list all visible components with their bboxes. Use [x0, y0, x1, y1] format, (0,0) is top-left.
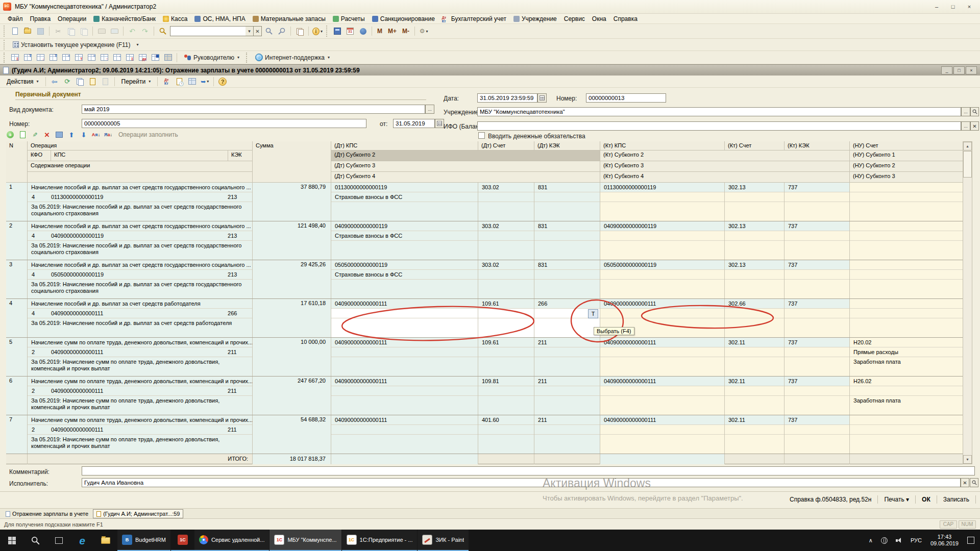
menu-authorization[interactable]: Санкционирование	[369, 14, 438, 23]
cell-sum[interactable]: 29 425,26	[253, 260, 331, 298]
cell-nu-account[interactable]: Н26.02 Заработная плата	[850, 377, 963, 415]
header-n[interactable]: N	[6, 141, 28, 183]
memory-mminus-button[interactable]: М-	[400, 28, 411, 35]
fill-operations-button[interactable]: Операции заполнить	[118, 131, 178, 138]
cell-dt-kek[interactable]: 831	[534, 183, 600, 221]
close-button[interactable]: ×	[962, 2, 977, 12]
ifo-input[interactable]	[477, 121, 961, 131]
cell-kt-kek[interactable]: 737	[785, 183, 850, 221]
cell-dt-account[interactable]: 303.02	[478, 221, 534, 260]
cell-nu-account[interactable]	[850, 299, 963, 337]
header-dt-sub2-selected[interactable]: (Дт) Субконто 2	[331, 151, 600, 161]
maximize-button[interactable]: □	[945, 2, 961, 12]
cell-row-number[interactable]: 3	[6, 260, 28, 298]
menu-edit[interactable]: Правка	[27, 14, 55, 23]
taskbar-app-budgethrm[interactable]: B BudgetHRM	[117, 530, 170, 551]
action-center-icon[interactable]	[964, 530, 978, 551]
scroll-down-icon[interactable]: ▼	[963, 455, 972, 464]
cell-kt-kek[interactable]: 737	[785, 221, 850, 260]
edge-icon[interactable]: e	[70, 530, 94, 551]
table-row[interactable]: 2 Начисление пособий и др. выплат за сче…	[6, 221, 963, 260]
choose-type-button[interactable]: Т	[588, 309, 598, 318]
cell-dt-kek[interactable]: 831	[534, 221, 600, 260]
table-row[interactable]: 6 Начисление сумм по оплате труда, денеж…	[6, 377, 963, 415]
menu-fixed-assets[interactable]: ОС, НМА, НПА	[191, 14, 249, 23]
copy-button[interactable]	[65, 26, 77, 37]
language-indicator[interactable]: РУС	[907, 530, 925, 551]
menu-treasury[interactable]: Казначейство/Банк	[90, 14, 159, 23]
doc-time-button[interactable]: 🕒	[174, 76, 185, 87]
header-kek[interactable]: КЭК	[228, 151, 253, 161]
menu-windows[interactable]: Окна	[589, 14, 610, 23]
tray-expand-icon[interactable]: ∧	[865, 530, 876, 551]
menu-inventory[interactable]: Материальные запасы	[249, 14, 329, 23]
goto-button[interactable]: Перейти▾	[118, 77, 155, 87]
institution-search-icon[interactable]	[970, 107, 979, 116]
menu-cash[interactable]: Касса	[159, 14, 191, 23]
header-nu-acc[interactable]: (НУ) Счет	[850, 141, 963, 151]
report-icon-1[interactable]: Σ	[9, 52, 20, 63]
header-kt-sub3[interactable]: (Кт) Субконто 3	[600, 161, 850, 172]
taskbar-search-icon[interactable]	[23, 530, 47, 551]
report-icon-6[interactable]: Т	[73, 52, 84, 63]
cell-nu-account[interactable]: Н20.02 Прямые расходы Заработная плата	[850, 338, 963, 376]
new-doc-button[interactable]	[9, 26, 20, 37]
volume-icon[interactable]	[892, 530, 906, 551]
header-dt-sub4[interactable]: (Дт) Субконто 4	[331, 172, 600, 183]
cell-row-number[interactable]: 1	[6, 183, 28, 221]
cell-sum[interactable]: 17 610,18	[253, 299, 331, 337]
cell-sum[interactable]: 37 880,79	[253, 183, 331, 221]
export-button[interactable]: ➥▾	[199, 76, 210, 87]
taskbar-app-1c-enterprise[interactable]: 1С 1С:Предприятие - ...	[342, 530, 418, 551]
user-lock-button[interactable]	[357, 26, 369, 37]
delete-row-button[interactable]: ✕	[42, 130, 52, 140]
tab-current-document[interactable]: (Гудич А.И; Администрат...:59	[93, 509, 183, 518]
network-icon[interactable]	[877, 530, 891, 551]
cell-kt-kps[interactable]: 01130000000000119	[600, 183, 725, 221]
scroll-thumb[interactable]	[963, 151, 972, 178]
cell-kt-kek[interactable]: 737	[785, 299, 850, 337]
header-nu-sub2[interactable]: (НУ) Субконто 2	[850, 161, 963, 172]
document-titlebar[interactable]: (Гудич А.И; Администратор2; 09.06.2019 1…	[0, 64, 980, 76]
cell-kt-kps[interactable]: 05050000000000119	[600, 260, 725, 298]
actions-button[interactable]: Действия▾	[3, 77, 42, 87]
calculator-button[interactable]	[332, 26, 343, 37]
report-icon-9[interactable]: ↓	[111, 52, 122, 63]
header-dt-kps[interactable]: (Дт) КПС	[331, 141, 478, 151]
report-icon-12[interactable]: ▦	[150, 52, 161, 63]
open-button[interactable]	[22, 26, 33, 37]
header-kt-kek[interactable]: (Кт) КЭК	[785, 141, 850, 151]
cell-dt-kek[interactable]: 211	[534, 338, 600, 376]
save-button[interactable]	[35, 26, 46, 37]
report-icon-5[interactable]: ≡	[60, 52, 71, 63]
doc-type-select-icon[interactable]: ...	[425, 105, 434, 114]
monetary-obligations-checkbox[interactable]	[478, 132, 485, 139]
table-row[interactable]: 1 Начисление пособий и др. выплат за сче…	[6, 183, 963, 221]
number-input[interactable]	[82, 119, 366, 128]
cell-dt-account[interactable]: 109.61	[478, 299, 534, 337]
doc-list-button[interactable]	[186, 76, 198, 87]
cell-dt-account[interactable]: 303.02	[478, 260, 534, 298]
report-icon-7[interactable]: ≡	[86, 52, 97, 63]
taskbar-app-mbu[interactable]: 1С МБУ "Коммунспе...	[270, 530, 341, 551]
cell-dt-kps[interactable]: 04090000000000119 Страховые взносы в ФСС	[331, 221, 478, 260]
cell-kt-account[interactable]: 302.11	[725, 338, 785, 376]
print-button[interactable]	[96, 26, 107, 37]
cell-dt-kps[interactable]: 04090000000000111	[331, 377, 478, 415]
cell-sum[interactable]: 10 000,00	[253, 338, 331, 376]
cell-operation[interactable]: Начисление пособий и др. выплат за счет …	[28, 183, 253, 221]
menu-accounting[interactable]: ДтКтБухгалтерский учет	[438, 14, 510, 23]
report-icon-10[interactable]: Σ	[124, 52, 135, 63]
edit-row-button[interactable]: ✎	[30, 130, 40, 140]
date-calendar-icon[interactable]	[537, 93, 547, 103]
print-doc-button[interactable]: Печать ▾	[880, 495, 913, 504]
report-icon-4[interactable]: Т	[47, 52, 59, 63]
help-button[interactable]: ?	[217, 76, 228, 87]
search-dropdown-icon[interactable]: ▼	[246, 26, 254, 36]
scroll-up-icon[interactable]: ▲	[963, 142, 972, 151]
unpost-doc-button[interactable]	[100, 76, 111, 87]
table-scrollbar[interactable]: ▲ ▼	[963, 141, 972, 464]
toolbar-grip[interactable]	[4, 26, 6, 37]
tab-salary-reflection[interactable]: Отражение зарплаты в учете	[2, 509, 92, 518]
menu-settlements[interactable]: Расчеты	[329, 14, 369, 23]
